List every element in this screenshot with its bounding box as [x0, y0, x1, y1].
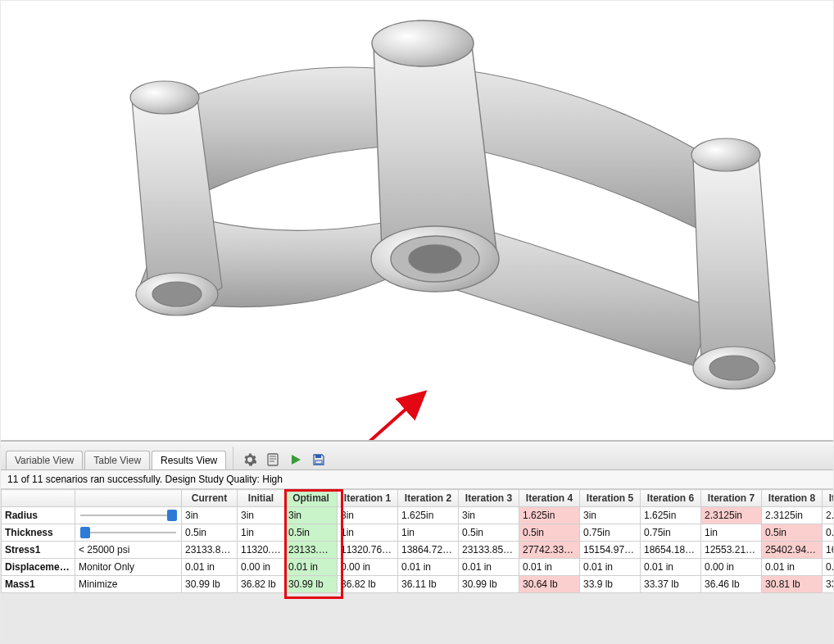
- column-header[interactable]: Iteration 3: [459, 490, 519, 507]
- value-cell[interactable]: 30.64 lb: [519, 576, 580, 593]
- value-cell[interactable]: 36.46 lb: [701, 576, 762, 593]
- value-cell[interactable]: 30.99 lb: [285, 576, 338, 593]
- value-cell[interactable]: 27742.33 psi: [519, 542, 580, 559]
- value-cell[interactable]: 0.00 in: [338, 559, 398, 576]
- row-label: Thickness: [2, 524, 75, 542]
- value-cell[interactable]: 23133.85 psi: [285, 542, 338, 559]
- svg-point-9: [409, 245, 461, 273]
- value-cell[interactable]: 30.99 lb: [182, 576, 238, 593]
- value-cell[interactable]: 0.5in: [459, 524, 519, 542]
- svg-point-3: [691, 138, 760, 171]
- value-cell[interactable]: 0.75in: [580, 524, 641, 542]
- results-grid-wrap[interactable]: CurrentInitialOptimalIteration 1Iteratio…: [1, 489, 833, 593]
- value-cell[interactable]: 1in: [701, 524, 762, 542]
- value-cell[interactable]: 30.81 lb: [762, 576, 823, 593]
- slider-cell[interactable]: [75, 507, 182, 524]
- svg-point-6: [372, 20, 474, 66]
- value-cell[interactable]: 1in: [398, 524, 459, 542]
- column-header[interactable]: Current: [182, 490, 238, 507]
- value-cell[interactable]: 3in: [238, 507, 285, 524]
- slider-cell[interactable]: [75, 524, 182, 542]
- value-cell[interactable]: 0.01 in: [519, 559, 580, 576]
- table-row: Mass1Minimize30.99 lb36.82 lb30.99 lb36.…: [2, 576, 834, 593]
- value-cell[interactable]: 36.82 lb: [338, 576, 398, 593]
- value-cell[interactable]: 12553.21 psi: [701, 542, 762, 559]
- value-cell[interactable]: 3in: [459, 507, 519, 524]
- tab-results-view[interactable]: Results View: [152, 451, 226, 469]
- value-cell[interactable]: 11320.76 psi: [238, 542, 285, 559]
- svg-rect-16: [315, 460, 322, 464]
- value-cell[interactable]: 1in: [338, 524, 398, 542]
- value-cell[interactable]: 0.01 in: [762, 559, 823, 576]
- value-cell[interactable]: 0.01 in: [182, 559, 238, 576]
- column-header[interactable]: Iteration 8: [762, 490, 823, 507]
- value-cell[interactable]: 0.01 in: [285, 559, 338, 576]
- value-cell[interactable]: 3in: [338, 507, 398, 524]
- value-cell[interactable]: 15154.97 psi: [580, 542, 641, 559]
- value-cell[interactable]: 33.64 lb: [823, 576, 834, 593]
- value-cell[interactable]: 30.99 lb: [459, 576, 519, 593]
- column-header[interactable]: Iteration 5: [580, 490, 641, 507]
- svg-rect-11: [268, 454, 278, 465]
- condition-cell[interactable]: Monitor Only: [75, 559, 182, 576]
- value-cell[interactable]: 0.75in: [641, 524, 701, 542]
- row-label: Displacement1: [2, 559, 75, 576]
- save-icon[interactable]: [309, 450, 329, 469]
- notes-icon[interactable]: [263, 450, 283, 469]
- status-line: 11 of 11 scenarios ran successfully. Des…: [1, 470, 833, 489]
- value-cell[interactable]: 0.00 in: [238, 559, 285, 576]
- value-cell[interactable]: 0.5in: [519, 524, 580, 542]
- value-cell[interactable]: 33.9 lb: [580, 576, 641, 593]
- column-header[interactable]: Iteration 1: [338, 490, 398, 507]
- value-cell[interactable]: 0.01 in: [641, 559, 701, 576]
- value-cell[interactable]: 1in: [238, 524, 285, 542]
- value-cell[interactable]: 13864.72 psi: [398, 542, 459, 559]
- cad-viewport[interactable]: [1, 1, 833, 427]
- value-cell[interactable]: 33.37 lb: [641, 576, 701, 593]
- condition-cell[interactable]: < 25000 psi: [75, 542, 182, 559]
- value-cell[interactable]: 0.5in: [182, 524, 238, 542]
- value-cell[interactable]: 3in: [182, 507, 238, 524]
- value-cell[interactable]: 23133.85 psi: [459, 542, 519, 559]
- value-cell[interactable]: 2.3125in: [701, 507, 762, 524]
- value-cell[interactable]: 0.01 in: [398, 559, 459, 576]
- value-cell[interactable]: 1.625in: [641, 507, 701, 524]
- value-cell[interactable]: 3in: [580, 507, 641, 524]
- value-cell[interactable]: 0.00 in: [701, 559, 762, 576]
- value-cell[interactable]: 0.01 in: [580, 559, 641, 576]
- value-cell[interactable]: 23133.85 psi: [182, 542, 238, 559]
- value-cell[interactable]: 0.5in: [762, 524, 823, 542]
- value-cell[interactable]: 36.82 lb: [238, 576, 285, 593]
- column-header[interactable]: Iteration 2: [398, 490, 459, 507]
- column-header[interactable]: Iteration 4: [519, 490, 580, 507]
- value-cell[interactable]: 2.3125in: [762, 507, 823, 524]
- gear-icon[interactable]: [240, 450, 260, 469]
- value-cell[interactable]: 0.01 in: [823, 559, 834, 576]
- condition-cell[interactable]: Minimize: [75, 576, 182, 593]
- tab-bar: Variable View Table View Results View: [1, 442, 833, 470]
- value-cell[interactable]: 0.75in: [823, 524, 834, 542]
- column-header[interactable]: Iteration 7: [701, 490, 762, 507]
- tab-variable-view[interactable]: Variable View: [6, 451, 83, 469]
- value-cell[interactable]: 2.3125in: [823, 507, 834, 524]
- slider-thumb[interactable]: [167, 510, 177, 521]
- tab-table-view[interactable]: Table View: [84, 451, 150, 469]
- value-cell[interactable]: 11320.76 psi: [338, 542, 398, 559]
- value-cell[interactable]: 16792.10 psi: [823, 542, 834, 559]
- slider-thumb[interactable]: [80, 527, 90, 538]
- results-grid[interactable]: CurrentInitialOptimalIteration 1Iteratio…: [1, 489, 833, 593]
- row-label: Radius: [2, 507, 75, 524]
- column-header[interactable]: Initial: [238, 490, 285, 507]
- value-cell[interactable]: 18654.18 psi: [641, 542, 701, 559]
- value-cell[interactable]: 0.5in: [285, 524, 338, 542]
- value-cell[interactable]: 36.11 lb: [398, 576, 459, 593]
- column-header[interactable]: Optimal: [285, 490, 338, 507]
- value-cell[interactable]: 0.01 in: [459, 559, 519, 576]
- value-cell[interactable]: 1.625in: [519, 507, 580, 524]
- column-header[interactable]: Iteration 9: [823, 490, 834, 507]
- value-cell[interactable]: 25402.94 psi: [762, 542, 823, 559]
- run-icon[interactable]: [286, 450, 306, 469]
- value-cell[interactable]: 1.625in: [398, 507, 459, 524]
- value-cell[interactable]: 3in: [285, 507, 338, 524]
- column-header[interactable]: Iteration 6: [641, 490, 701, 507]
